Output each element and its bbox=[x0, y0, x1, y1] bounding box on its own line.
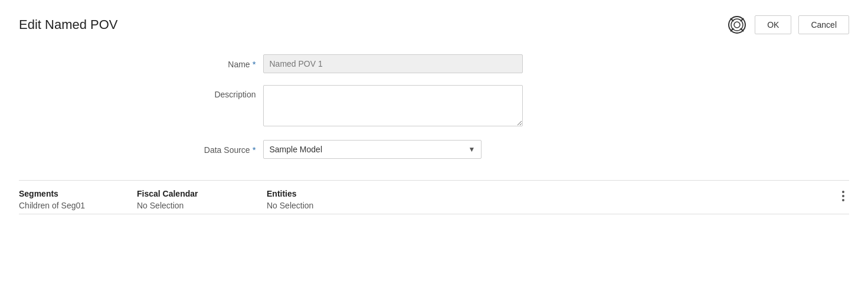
fiscal-header: Fiscal Calendar bbox=[137, 189, 267, 198]
svg-line-3 bbox=[741, 19, 743, 21]
cancel-button[interactable]: Cancel bbox=[798, 15, 849, 34]
table-header-row: Segments Children of Seg01 Fiscal Calend… bbox=[19, 181, 849, 214]
table-actions-button[interactable] bbox=[837, 189, 849, 203]
datasource-input-wrapper: Sample ModelOther Model ▼ bbox=[263, 140, 523, 159]
name-row: Name* bbox=[169, 54, 700, 73]
description-input-wrapper bbox=[263, 85, 523, 128]
svg-point-2 bbox=[734, 22, 740, 28]
name-input[interactable] bbox=[263, 54, 523, 73]
header-row: Edit Named POV OK Cancel bbox=[19, 14, 849, 35]
datasource-required-star: * bbox=[253, 145, 256, 155]
segments-column: Segments Children of Seg01 bbox=[19, 189, 137, 210]
description-label: Description bbox=[169, 85, 263, 99]
table-section: Segments Children of Seg01 Fiscal Calend… bbox=[19, 181, 849, 214]
svg-line-5 bbox=[731, 29, 733, 31]
header-actions: OK Cancel bbox=[726, 14, 849, 35]
segments-value: Children of Seg01 bbox=[19, 201, 137, 210]
help-circle-icon bbox=[728, 15, 746, 34]
segments-header: Segments bbox=[19, 189, 137, 198]
svg-line-4 bbox=[731, 19, 733, 21]
name-input-wrapper bbox=[263, 54, 523, 73]
datasource-label: Data Source* bbox=[169, 140, 263, 155]
entities-column: Entities No Selection bbox=[267, 189, 397, 210]
entities-value: No Selection bbox=[267, 201, 397, 210]
fiscal-column: Fiscal Calendar No Selection bbox=[137, 189, 267, 210]
page-title: Edit Named POV bbox=[19, 17, 118, 32]
fiscal-value: No Selection bbox=[137, 201, 267, 210]
help-icon[interactable] bbox=[726, 14, 748, 35]
datasource-select[interactable]: Sample ModelOther Model bbox=[263, 140, 482, 159]
form-area: Name* Description Data Source* Sample Mo… bbox=[169, 54, 700, 171]
name-required-star: * bbox=[253, 59, 256, 69]
name-label: Name* bbox=[169, 54, 263, 69]
datasource-select-wrapper: Sample ModelOther Model ▼ bbox=[263, 140, 482, 159]
more-options-icon bbox=[837, 189, 849, 203]
datasource-row: Data Source* Sample ModelOther Model ▼ bbox=[169, 140, 700, 159]
svg-line-6 bbox=[741, 29, 743, 31]
entities-header: Entities bbox=[267, 189, 397, 198]
ok-button[interactable]: OK bbox=[755, 15, 791, 34]
description-row: Description bbox=[169, 85, 700, 128]
description-input[interactable] bbox=[263, 85, 523, 126]
